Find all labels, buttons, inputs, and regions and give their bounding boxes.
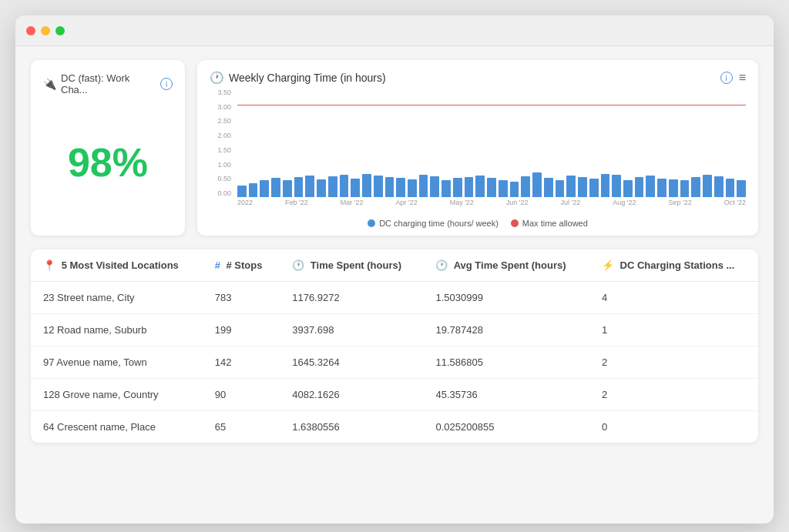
chart-bar	[646, 176, 655, 197]
cell-location: 23 Street name, City	[31, 282, 203, 314]
hash-icon: #	[215, 259, 220, 271]
chart-bar	[556, 180, 565, 197]
dc-card-info-icon[interactable]: i	[160, 78, 173, 90]
chart-bar	[703, 175, 712, 197]
legend-max-dot	[511, 219, 519, 227]
cell-stops: 199	[203, 314, 280, 346]
chart-actions: i ≡	[720, 71, 746, 85]
chart-bar	[249, 183, 258, 197]
table-card: 📍 5 Most Visited Locations # # Stops 🕐 T…	[31, 249, 758, 443]
maximize-button[interactable]	[55, 26, 65, 35]
chart-area: 3.50 3.00 2.50 2.00 1.50 1.00 0.50 0.00	[210, 89, 746, 212]
y-label-050: 0.50	[217, 176, 231, 182]
col-time-spent-label: Time Spent (hours)	[311, 259, 401, 271]
chart-bar	[499, 180, 508, 197]
chart-bar	[737, 180, 746, 197]
dc-stations-icon: ⚡	[602, 259, 614, 271]
table-row: 64 Crescent name, Place 65 1.6380556 0.0…	[31, 411, 758, 443]
x-label-jun22: Jun '22	[506, 199, 529, 212]
x-label-feb22: Feb '22	[285, 199, 308, 212]
cell-stops: 783	[203, 282, 280, 314]
x-axis: 2022 Feb '22 Mar '22 Apr '22 May '22 Jun…	[237, 199, 746, 212]
cell-dc-stations: 1	[589, 314, 758, 346]
plug-icon: 🔌	[43, 78, 56, 90]
cell-avg-time: 1.5030999	[423, 282, 589, 314]
location-icon: 📍	[43, 259, 55, 271]
chart-bar	[635, 177, 644, 197]
avg-time-icon: 🕐	[435, 259, 448, 271]
cell-time-spent: 4082.1626	[280, 379, 423, 411]
chart-bar	[521, 176, 530, 197]
col-avg-time-label: Avg Time Spent (hours)	[454, 259, 566, 271]
chart-bar	[589, 179, 599, 197]
y-label-000: 0.00	[217, 190, 231, 197]
cell-stops: 90	[203, 379, 280, 411]
x-label-aug22: Aug '22	[613, 199, 636, 212]
table-row: 97 Avenue name, Town 142 1645.3264 11.58…	[31, 346, 758, 379]
chart-bar	[714, 176, 724, 197]
chart-header: 🕐 Weekly Charging Time (in hours) i ≡	[210, 71, 746, 85]
cell-avg-time: 45.35736	[423, 379, 589, 411]
col-location-label: 5 Most Visited Locations	[62, 259, 179, 271]
dc-card: 🔌 DC (fast): Work Cha... i 98%	[31, 60, 185, 236]
cell-avg-time: 19.787428	[423, 314, 589, 346]
col-stops-label: # Stops	[227, 259, 263, 271]
chart-bar	[374, 176, 383, 197]
chart-bar	[612, 175, 621, 197]
chart-bar	[487, 178, 496, 197]
table-row: 12 Road name, Suburb 199 3937.698 19.787…	[31, 314, 758, 346]
max-time-line	[237, 105, 746, 106]
chart-bar	[669, 179, 678, 197]
chart-bar	[271, 178, 280, 197]
cell-time-spent: 1.6380556	[280, 411, 423, 443]
chart-bar	[430, 176, 439, 197]
chart-bar	[657, 179, 666, 197]
top-row: 🔌 DC (fast): Work Cha... i 98% 🕐 Weekly …	[31, 60, 758, 236]
cell-dc-stations: 0	[589, 411, 758, 443]
chart-bar	[408, 179, 417, 197]
chart-title: 🕐 Weekly Charging Time (in hours)	[210, 71, 386, 85]
chart-info-icon[interactable]: i	[720, 72, 733, 84]
legend-max: Max time allowed	[511, 219, 588, 228]
cell-location: 64 Crescent name, Place	[31, 411, 203, 443]
table-header-row: 📍 5 Most Visited Locations # # Stops 🕐 T…	[31, 249, 758, 282]
y-label-300: 3.00	[217, 104, 231, 111]
cell-location: 12 Road name, Suburb	[31, 314, 203, 346]
chart-bar	[351, 179, 360, 197]
dc-card-title-text: DC (fast): Work Cha...	[61, 72, 156, 95]
chart-bar	[328, 176, 337, 197]
table-row: 23 Street name, City 783 1176.9272 1.503…	[31, 282, 758, 314]
col-header-stops: # # Stops	[203, 249, 280, 282]
cell-stops: 142	[203, 346, 280, 379]
close-button[interactable]	[26, 26, 35, 35]
dc-card-percentage: 98%	[43, 139, 173, 186]
dc-card-header: 🔌 DC (fast): Work Cha... i	[43, 72, 173, 95]
chart-bar	[260, 180, 269, 197]
chart-legend: DC charging time (hours/ week) Max time …	[210, 217, 746, 228]
x-label-apr22: Apr '22	[395, 199, 417, 212]
chart-menu-icon[interactable]: ≡	[739, 71, 746, 85]
minimize-button[interactable]	[41, 26, 50, 35]
chart-bar	[453, 178, 462, 197]
chart-bar	[419, 175, 428, 197]
chart-bar	[680, 180, 690, 197]
chart-bar	[362, 174, 371, 197]
chart-bar	[532, 172, 542, 197]
cell-dc-stations: 2	[589, 346, 758, 379]
chart-bar	[475, 176, 485, 197]
y-label-150: 1.50	[217, 147, 231, 154]
chart-bar	[566, 176, 576, 197]
titlebar	[15, 15, 774, 46]
col-header-avg-time: 🕐 Avg Time Spent (hours)	[423, 249, 589, 282]
chart-bar	[237, 186, 247, 197]
cell-time-spent: 1176.9272	[280, 282, 423, 314]
traffic-lights	[26, 26, 65, 35]
cell-avg-time: 0.025200855	[423, 411, 589, 443]
x-label-sep22: Sep '22	[668, 199, 691, 212]
content-area: 🔌 DC (fast): Work Cha... i 98% 🕐 Weekly …	[15, 46, 774, 457]
col-header-dc-stations: ⚡ DC Charging Stations ...	[589, 249, 758, 282]
chart-inner	[237, 89, 746, 197]
chart-bar	[442, 180, 451, 197]
cell-time-spent: 3937.698	[280, 314, 423, 346]
x-label-jul22: Jul '22	[561, 199, 581, 212]
